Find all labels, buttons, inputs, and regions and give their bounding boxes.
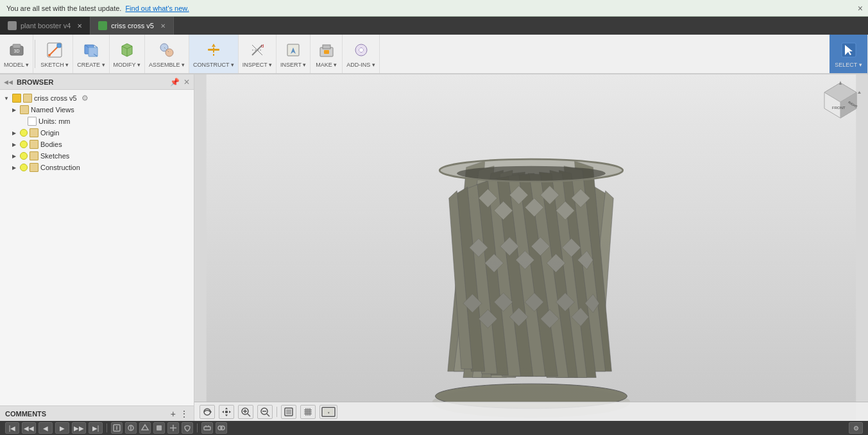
toolbar-model[interactable]: 3D MODEL ▾	[0, 35, 33, 73]
inspect-label: INSPECT ▾	[243, 62, 272, 68]
svg-point-69	[204, 409, 210, 415]
zoom-btn[interactable]	[238, 405, 253, 419]
browser-header: ◀◀ BROWSER 📌 ✕	[0, 74, 194, 90]
insert-icon	[283, 40, 303, 60]
units-label: Units: mm	[38, 117, 71, 125]
browser-pin-icon[interactable]: 📌	[170, 78, 180, 87]
svg-point-29	[359, 48, 363, 52]
step-start-btn[interactable]: |◀	[5, 422, 19, 434]
toolbar-add-ins[interactable]: ADD-INS ▾	[343, 35, 380, 73]
bulb-icon	[20, 141, 28, 148]
make-icon	[316, 40, 337, 60]
tree-root[interactable]: ▼ criss cross v5 ⚙	[0, 92, 194, 104]
svg-marker-67	[839, 81, 842, 85]
action-btn-4[interactable]	[153, 422, 165, 434]
toolbar-construct[interactable]: CONSTRUCT ▾	[189, 35, 239, 73]
svg-rect-84	[286, 409, 291, 414]
add-comment-icon[interactable]: +	[171, 409, 176, 419]
comment-options-icon[interactable]: ⋮	[180, 409, 189, 419]
play-forward-btn[interactable]: ▶▶	[72, 422, 86, 434]
svg-marker-70	[210, 411, 212, 413]
svg-rect-1	[13, 44, 21, 48]
tree-origin[interactable]: ▶ Origin	[0, 127, 194, 139]
display-mode-btn[interactable]	[281, 405, 296, 419]
step-back-btn[interactable]: ◀◀	[22, 422, 36, 434]
collapse-icon[interactable]: ◀◀	[4, 79, 13, 85]
modify-icon	[117, 40, 137, 60]
browser-title: BROWSER	[17, 78, 166, 86]
view-cube[interactable]: FRONT RIGHT	[818, 80, 863, 124]
action-btn-5[interactable]	[167, 422, 179, 434]
inspect-icon: d	[247, 40, 268, 60]
separator	[106, 423, 107, 432]
tab-close-icon[interactable]: ✕	[160, 22, 166, 30]
browser-close-icon[interactable]: ✕	[183, 78, 190, 87]
tree-construction[interactable]: ▶ Construction	[0, 162, 194, 173]
create-icon	[81, 40, 101, 60]
action-btn-8[interactable]	[216, 422, 227, 434]
toolbar-create[interactable]: CREATE ▾	[73, 35, 109, 73]
tree-bodies[interactable]: ▶ Bodies	[0, 139, 194, 150]
close-icon[interactable]: ×	[858, 3, 863, 13]
svg-rect-26	[323, 45, 330, 49]
folder-icon	[30, 151, 38, 160]
tree-named-views[interactable]: ▶ Named Views	[0, 104, 194, 115]
toolbar-insert[interactable]: INSERT ▾	[277, 35, 311, 73]
action-btn-3[interactable]	[139, 422, 151, 434]
play-back-btn[interactable]: ◀	[38, 422, 53, 434]
modify-label: MODIFY ▾	[114, 62, 140, 68]
play-btn[interactable]: ▶	[55, 422, 69, 434]
add-ins-label: ADD-INS ▾	[346, 62, 375, 68]
bulb-icon	[20, 164, 28, 171]
svg-rect-101	[204, 427, 210, 430]
browser-content: ▼ criss cross v5 ⚙ ▶ Named Views Units: …	[0, 90, 194, 405]
action-btn-7[interactable]	[201, 422, 213, 434]
insert-label: INSERT ▾	[280, 62, 306, 68]
action-btn-1[interactable]	[111, 422, 123, 434]
sketch-icon	[44, 40, 65, 60]
criss-icon	[98, 21, 107, 30]
doc-star-icon	[12, 94, 21, 103]
pan-btn[interactable]	[219, 405, 234, 419]
svg-marker-74	[222, 411, 224, 413]
gear-icon[interactable]: ⚙	[81, 94, 89, 103]
construction-label: Construction	[40, 164, 80, 171]
svg-rect-8	[89, 47, 98, 56]
select-icon	[838, 40, 859, 60]
grid-btn[interactable]	[300, 405, 316, 419]
svg-marker-75	[229, 411, 231, 413]
folder-icon	[20, 105, 29, 114]
tree-sketches[interactable]: ▶ Sketches	[0, 150, 194, 162]
toolbar-modify[interactable]: MODIFY ▾	[110, 35, 145, 73]
separator	[277, 407, 277, 417]
action-btn-2[interactable]	[125, 422, 137, 434]
svg-line-10	[94, 45, 98, 47]
toolbar-assemble[interactable]: ASSEMBLE ▾	[145, 35, 189, 73]
orbit-btn[interactable]	[200, 405, 215, 419]
sketches-label: Sketches	[40, 152, 69, 160]
svg-text:▾: ▾	[328, 411, 330, 414]
toolbar-sketch[interactable]: SKETCH ▾	[37, 35, 73, 73]
toolbar-inspect[interactable]: d INSPECT ▾	[239, 35, 277, 73]
origin-label: Origin	[40, 129, 59, 137]
update-link[interactable]: Find out what's new.	[125, 4, 189, 12]
zoom-window-btn[interactable]	[257, 405, 273, 419]
named-views-label: Named Views	[31, 106, 74, 114]
toolbar-make[interactable]: MAKE ▾	[311, 35, 343, 73]
make-label: MAKE ▾	[316, 62, 337, 68]
tab-plant-booster[interactable]: plant booster v4 ✕	[0, 17, 90, 35]
tree-units[interactable]: Units: mm	[0, 115, 194, 127]
construct-label: CONSTRUCT ▾	[193, 62, 234, 68]
action-btn-6[interactable]	[182, 422, 193, 434]
add-ins-icon	[351, 40, 371, 60]
bodies-label: Bodies	[40, 141, 62, 148]
tab-close-icon[interactable]: ✕	[77, 22, 82, 30]
step-end-btn[interactable]: ▶|	[89, 422, 103, 434]
tab-criss-cross[interactable]: criss cross v5 ✕	[90, 17, 174, 35]
update-message: You are all set with the latest update.	[6, 4, 121, 12]
toolbar-select[interactable]: SELECT ▾	[830, 35, 868, 73]
svg-text:3D: 3D	[13, 49, 19, 53]
visual-style-btn[interactable]: ▾	[319, 405, 337, 419]
settings-btn[interactable]: ⚙	[849, 422, 863, 434]
assemble-icon	[157, 40, 177, 60]
